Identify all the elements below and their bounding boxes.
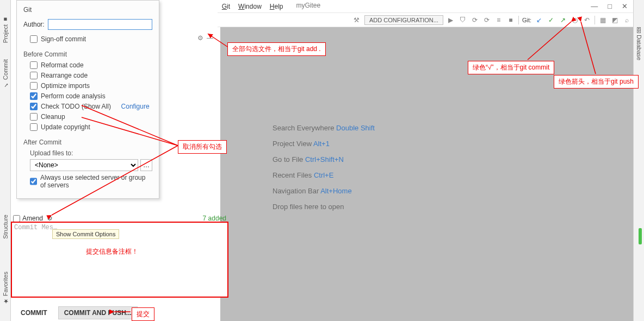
copyright-checkbox[interactable] (30, 123, 38, 131)
menu-window[interactable]: Window (235, 2, 265, 11)
side-tab-database[interactable]: 🗄 Database (636, 27, 642, 60)
collapse-icon[interactable]: — (207, 34, 213, 42)
added-count: 7 added (203, 215, 226, 222)
git-push-icon[interactable]: ↗ (559, 16, 567, 24)
window-close-icon[interactable]: ✕ (622, 2, 628, 10)
side-tab-favorites[interactable]: ★ Favorites (2, 272, 9, 305)
search-everywhere-icon[interactable]: ⌕ (622, 16, 631, 24)
annotation-git-commit: 绿色“√”，相当于git commit (468, 61, 554, 74)
author-input[interactable] (48, 19, 152, 30)
upload-browse-button[interactable]: … (140, 159, 152, 171)
attach-icon[interactable]: ≡ (494, 16, 503, 24)
always-use-checkbox[interactable] (30, 178, 37, 185)
cleanup-checkbox[interactable] (30, 113, 38, 121)
side-tab-project[interactable]: Project ■ (2, 16, 9, 43)
menu-git[interactable]: Git (219, 2, 233, 11)
welcome-shortcuts: Search Everywhere Double Shift Project V… (273, 124, 375, 211)
side-tab-commit[interactable]: ✓ Commit (2, 59, 9, 89)
upload-select[interactable]: <None> (30, 159, 138, 171)
upload-label: Upload files to: (30, 149, 152, 157)
git-label: Git: (522, 17, 531, 23)
build-hammer-icon[interactable]: ⚒ (352, 16, 361, 24)
git-history-icon[interactable]: ◴ (571, 16, 579, 24)
rearrange-checkbox[interactable] (30, 72, 38, 79)
toolbar-extra2-icon[interactable]: ◩ (610, 16, 619, 24)
project-name: myGitee (296, 2, 320, 11)
amend-checkbox[interactable] (13, 215, 20, 222)
amend-label: Amend (22, 215, 43, 222)
profile-icon[interactable]: ⟳ (482, 16, 491, 24)
configure-link[interactable]: Configure (121, 103, 150, 110)
gear-icon[interactable]: ⚙ (197, 34, 203, 42)
add-configuration-button[interactable]: ADD CONFIGURATION... (364, 15, 443, 25)
annotation-msg-box: 提交信息备注框！ (82, 246, 143, 258)
toolbar-extra1-icon[interactable]: ▦ (598, 16, 607, 24)
scroll-indicator (639, 228, 642, 244)
git-commit-icon[interactable]: ✓ (547, 16, 555, 24)
run-icon[interactable]: ▶ (447, 16, 455, 24)
popup-title: Git (23, 6, 152, 14)
annotation-cancel-all: 取消所有勾选 (178, 140, 227, 154)
menu-help[interactable]: Help (267, 2, 287, 11)
commit-options-tooltip: Show Commit Options (52, 229, 119, 239)
author-label: Author: (23, 21, 45, 28)
annotation-git-push: 绿色箭头，相当于git push (554, 75, 639, 89)
editor-area: Search Everywhere Double Shift Project V… (220, 27, 633, 321)
after-commit-label: After Commit (23, 139, 152, 146)
commit-button[interactable]: COMMIT (15, 307, 53, 319)
annotation-submit: 提交 (132, 307, 154, 321)
side-tab-structure[interactable]: Structure (2, 215, 9, 239)
todo-checkbox[interactable] (30, 103, 38, 110)
window-max-icon[interactable]: □ (608, 2, 612, 10)
commit-message-placeholder: Commit Mes… (14, 224, 57, 231)
git-update-icon[interactable]: ↙ (535, 16, 543, 24)
signoff-checkbox[interactable] (30, 35, 38, 43)
reformat-checkbox[interactable] (30, 61, 38, 69)
git-revert-icon[interactable]: ↶ (583, 16, 591, 24)
annotation-git-add: 全部勾选文件，相当于git add . (227, 42, 326, 56)
window-min-icon[interactable]: — (591, 2, 598, 10)
commit-and-push-button[interactable]: COMMIT AND PUSH... (58, 306, 138, 319)
coverage-icon[interactable]: ⟳ (470, 16, 479, 24)
debug-icon[interactable]: ⛉ (459, 16, 467, 24)
commit-message-area[interactable]: Commit Mes… Show Commit Options (11, 222, 228, 298)
stop-icon[interactable]: ■ (506, 16, 515, 24)
commit-options-popup: Git Author: Sign-off commit Before Commi… (16, 0, 159, 199)
optimize-checkbox[interactable] (30, 82, 38, 90)
before-commit-label: Before Commit (23, 51, 152, 58)
analysis-checkbox[interactable] (30, 92, 38, 100)
